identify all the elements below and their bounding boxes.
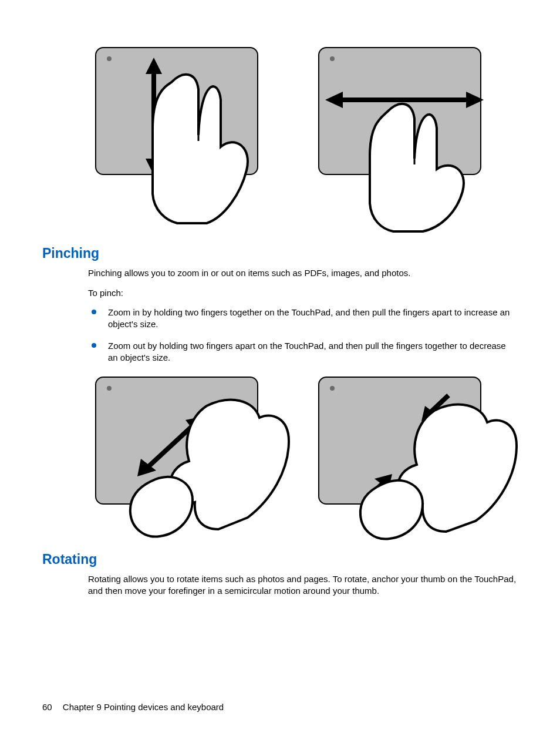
heading-pinching: Pinching xyxy=(42,246,518,261)
heading-rotating: Rotating xyxy=(42,552,518,567)
figure-pinch-zoom-out xyxy=(318,377,506,535)
document-page: Pinching Pinching allows you to zoom in … xyxy=(0,0,560,746)
touchpad-icon xyxy=(318,377,481,505)
touchpad-icon xyxy=(95,47,258,175)
chapter-label: Chapter 9 Pointing devices and keyboard xyxy=(63,702,224,712)
list-item: Zoom in by holding two fingers together … xyxy=(88,307,518,331)
touchpad-light-icon xyxy=(107,56,112,61)
page-footer: 60 Chapter 9 Pointing devices and keyboa… xyxy=(42,702,224,712)
figure-scroll-vertical xyxy=(95,47,283,229)
pinch-figures-row xyxy=(95,377,518,535)
list-item: Zoom out by holding two fingers apart on… xyxy=(88,340,518,364)
pinching-bullets: Zoom in by holding two fingers together … xyxy=(88,307,518,364)
pinching-body: Pinching allows you to zoom in or out on… xyxy=(88,267,518,364)
touchpad-light-icon xyxy=(107,386,112,391)
page-number: 60 xyxy=(42,702,52,712)
touchpad-light-icon xyxy=(330,56,335,61)
pinching-intro: Pinching allows you to zoom in or out on… xyxy=(88,267,518,279)
pinching-lead: To pinch: xyxy=(88,287,518,299)
figure-scroll-horizontal xyxy=(318,47,506,229)
rotating-body: Rotating allows you to rotate items such… xyxy=(88,573,518,596)
scroll-figures-row xyxy=(95,47,518,229)
figure-pinch-zoom-in xyxy=(95,377,283,535)
touchpad-icon xyxy=(318,47,481,175)
touchpad-icon xyxy=(95,377,258,505)
touchpad-light-icon xyxy=(330,386,335,391)
rotating-intro: Rotating allows you to rotate items such… xyxy=(88,573,518,596)
